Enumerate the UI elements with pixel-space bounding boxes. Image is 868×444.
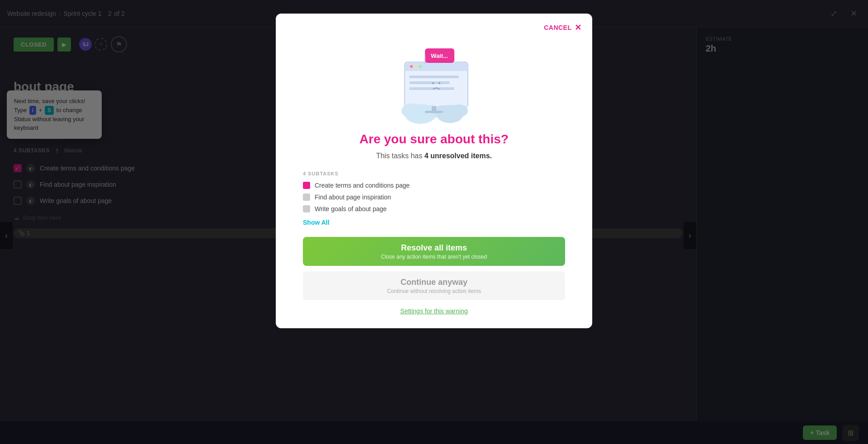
modal-subtasks-header: 4 SUBTASKS	[303, 171, 339, 176]
continue-button[interactable]: Continue anyway Continue without resolvi…	[303, 271, 565, 300]
svg-point-3	[410, 65, 413, 68]
svg-point-10	[432, 82, 434, 84]
modal-header: CANCEL ✕	[276, 14, 592, 33]
modal-subtask-1: Create terms and conditions page	[303, 182, 565, 189]
modal-checkbox-2	[303, 194, 310, 201]
modal-illustration: Wait...	[276, 33, 592, 132]
cancel-button[interactable]: CANCEL ✕	[544, 23, 581, 33]
subtitle-prefix: This tasks has	[376, 152, 425, 160]
svg-point-16	[401, 104, 421, 118]
modal-subtask-list: Create terms and conditions page Find ab…	[276, 182, 592, 213]
modal-checkbox-1	[303, 182, 310, 189]
svg-point-11	[439, 82, 440, 84]
cancel-label: CANCEL	[544, 24, 571, 31]
resolve-label: Resolve all items	[401, 243, 467, 253]
svg-rect-7	[409, 81, 450, 84]
modal-subtask-3: Write goals of about page	[303, 205, 565, 213]
svg-rect-8	[409, 87, 454, 90]
modal-overlay: CANCEL ✕	[0, 0, 868, 444]
modal-subtask-label-1: Create terms and conditions page	[315, 182, 410, 189]
settings-link[interactable]: Settings for this warning	[400, 307, 467, 315]
modal-subtitle: This tasks has 4 unresolved items.	[376, 152, 492, 160]
modal-actions: Resolve all items Close any action items…	[276, 237, 592, 300]
show-all-link[interactable]: Show All	[303, 219, 330, 226]
modal-checkbox-3	[303, 205, 310, 213]
modal-subtask-label-3: Write goals of about page	[315, 205, 387, 213]
continue-sub-label: Continue without resolving action items	[387, 288, 481, 294]
svg-rect-22	[425, 111, 443, 113]
svg-point-4	[415, 65, 417, 68]
svg-point-19	[450, 104, 468, 117]
svg-rect-6	[409, 76, 459, 78]
svg-rect-2	[405, 66, 468, 71]
unresolved-count: 4 unresolved items.	[425, 152, 492, 160]
modal-subtask-2: Find about page inspiration	[303, 194, 565, 201]
confirmation-modal: CANCEL ✕	[276, 14, 592, 328]
svg-text:Wait...: Wait...	[431, 52, 448, 59]
svg-point-5	[419, 65, 422, 68]
continue-label: Continue anyway	[401, 278, 467, 287]
modal-subtask-label-2: Find about page inspiration	[315, 194, 391, 201]
wait-illustration: Wait...	[380, 39, 488, 130]
modal-question: Are you sure about this?	[341, 132, 527, 146]
resolve-button[interactable]: Resolve all items Close any action items…	[303, 237, 565, 266]
resolve-sub-label: Close any action items that aren't yet c…	[381, 254, 487, 260]
close-icon: ✕	[575, 23, 582, 33]
